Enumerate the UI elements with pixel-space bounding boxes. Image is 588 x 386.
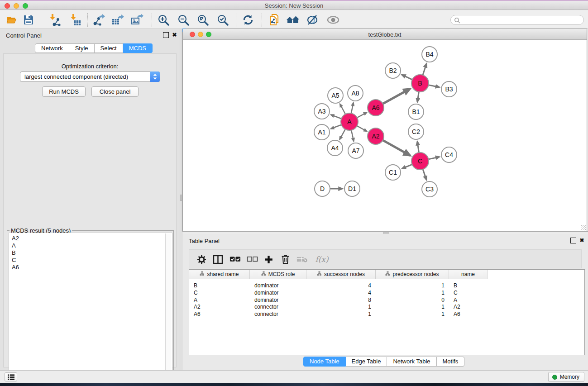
close-panel-icon[interactable]: ✖ <box>172 32 177 38</box>
tab-mcds[interactable]: MCDS <box>123 43 153 53</box>
graph-edge-B-B4[interactable] <box>422 64 426 76</box>
graph-node-C[interactable]: C <box>411 152 429 170</box>
graph-node-A3[interactable]: A3 <box>314 104 330 119</box>
add-column-icon[interactable] <box>262 253 275 266</box>
mcds-result-item[interactable]: A <box>12 242 19 249</box>
import-table-icon[interactable] <box>68 13 82 27</box>
zoom-fit-icon[interactable] <box>196 13 210 27</box>
memory-button[interactable]: Memory <box>548 372 584 382</box>
float-table-panel-icon[interactable] <box>570 238 576 243</box>
run-mcds-button[interactable]: Run MCDS <box>42 86 86 97</box>
graph-node-A[interactable]: A <box>341 113 358 130</box>
table-cell[interactable]: 0 <box>380 296 445 304</box>
table-cell[interactable]: B <box>194 282 245 289</box>
export-table-icon[interactable] <box>111 13 124 27</box>
mcds-result-item[interactable]: C <box>12 257 19 264</box>
split-columns-icon[interactable] <box>211 253 225 266</box>
optimization-criterion-select[interactable]: largest connected component (directed) <box>20 71 160 82</box>
table-cell[interactable]: 4 <box>311 289 371 296</box>
tab-style[interactable]: Style <box>69 43 95 53</box>
task-history-button[interactable] <box>5 372 17 381</box>
graph-node-D[interactable]: D <box>315 181 330 196</box>
graph-edge-C-C1[interactable] <box>402 164 413 169</box>
close-table-panel-icon[interactable]: ✖ <box>579 238 585 243</box>
table-cell[interactable]: connector <box>254 310 302 318</box>
graph-edge-A-A3[interactable] <box>331 114 342 119</box>
table-cell[interactable]: 1 <box>311 310 371 318</box>
close-panel-button[interactable]: Close panel <box>91 86 139 97</box>
birds-eye-view-icon[interactable] <box>326 13 340 27</box>
duplicate-network-icon[interactable] <box>268 13 282 27</box>
export-image-icon[interactable] <box>130 13 144 27</box>
network-window-titlebar[interactable]: testGlobe.txt <box>183 29 587 40</box>
zoom-in-icon[interactable] <box>157 13 170 27</box>
graph-node-A2[interactable]: A2 <box>368 128 384 144</box>
delete-column-icon[interactable] <box>278 253 292 266</box>
table-cell[interactable]: 1 <box>380 282 445 289</box>
mcds-result-item[interactable]: A2 <box>12 235 19 242</box>
graph-node-B1[interactable]: B1 <box>408 104 424 119</box>
export-network-icon[interactable] <box>92 13 105 27</box>
graph-edge-A-A1[interactable] <box>331 124 342 129</box>
table-cell[interactable]: 1 <box>380 289 445 296</box>
window-resize-grip[interactable] <box>581 225 586 230</box>
splitter-grip[interactable] <box>180 195 182 201</box>
graph-node-B2[interactable]: B2 <box>385 63 401 78</box>
result-list-scrollbar[interactable] <box>165 234 171 385</box>
search-input[interactable] <box>450 15 584 25</box>
graph-edge-B-B3[interactable] <box>428 85 440 87</box>
table-cell[interactable]: C <box>194 289 245 296</box>
graph-node-B[interactable]: B <box>411 75 429 92</box>
table-cell[interactable]: A6 <box>454 310 483 318</box>
graph-node-C3[interactable]: C3 <box>422 181 437 197</box>
table-cell[interactable]: connector <box>254 303 302 310</box>
graph-edge-A-A2[interactable] <box>356 125 367 131</box>
graph-node-C4[interactable]: C4 <box>441 147 457 162</box>
select-all-icon[interactable] <box>228 253 242 266</box>
zoom-out-icon[interactable] <box>177 13 190 27</box>
graph-node-B3[interactable]: B3 <box>441 81 457 97</box>
zoom-selected-icon[interactable] <box>216 13 229 27</box>
table-cell[interactable]: dominator <box>254 282 302 289</box>
table-cell[interactable]: 1 <box>311 303 371 310</box>
graph-node-D1[interactable]: D1 <box>344 181 360 196</box>
column-header-name[interactable]: name <box>449 270 488 279</box>
graph-edge-B-B2[interactable] <box>402 75 413 80</box>
table-cell[interactable]: 4 <box>311 282 371 289</box>
table-cell[interactable]: A2 <box>194 303 245 310</box>
deselect-all-icon[interactable] <box>245 253 259 266</box>
column-header-predecessor-nodes[interactable]: predecessor nodes <box>376 270 449 279</box>
mcds-result-item[interactable]: B <box>12 249 19 257</box>
graph-edge-C-C2[interactable] <box>417 141 419 153</box>
tab-node-table[interactable]: Node Table <box>303 357 346 367</box>
home-icon[interactable] <box>286 13 300 27</box>
graph-node-A7[interactable]: A7 <box>348 143 363 158</box>
table-cell[interactable]: A6 <box>194 310 245 318</box>
mcds-result-item[interactable]: A6 <box>12 264 19 271</box>
graph-edge-B-B1[interactable] <box>417 91 419 102</box>
network-canvas[interactable]: AA1A2A3A4A5A6A7A8BB1B2B3B4CC1C2C3C4DD1 <box>183 40 587 231</box>
graph-edge-A-A4[interactable] <box>339 129 346 140</box>
save-icon[interactable] <box>22 13 35 27</box>
table-cell[interactable]: 1 <box>380 310 445 318</box>
table-cell[interactable]: 1 <box>380 303 445 310</box>
column-header-MCDS-role[interactable]: MCDS role <box>250 270 306 279</box>
open-icon[interactable] <box>5 13 18 27</box>
table-cell[interactable]: B <box>454 282 483 289</box>
float-panel-icon[interactable] <box>163 32 169 38</box>
graph-edge-A-A5[interactable] <box>340 104 346 115</box>
tab-network[interactable]: Network <box>35 43 69 53</box>
tab-network-table[interactable]: Network Table <box>387 357 436 367</box>
tab-select[interactable]: Select <box>95 43 123 53</box>
graph-node-A6[interactable]: A6 <box>368 100 384 116</box>
graph-edge-A2-C[interactable] <box>382 140 410 156</box>
graph-node-C1[interactable]: C1 <box>385 165 401 180</box>
graph-edge-A-A6[interactable] <box>356 112 367 118</box>
graph-node-C2[interactable]: C2 <box>408 124 424 139</box>
node-table[interactable]: shared nameMCDS rolesuccessor nodesprede… <box>189 269 585 355</box>
refresh-icon[interactable] <box>241 13 255 27</box>
table-cell[interactable]: C <box>454 289 483 296</box>
table-cell[interactable]: A <box>454 296 483 304</box>
column-header-successor-nodes[interactable]: successor nodes <box>306 270 376 279</box>
graph-node-A4[interactable]: A4 <box>327 140 343 156</box>
